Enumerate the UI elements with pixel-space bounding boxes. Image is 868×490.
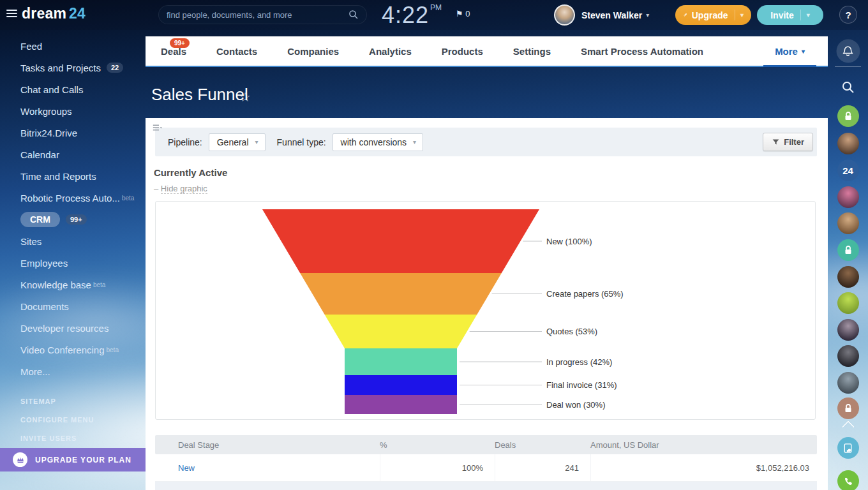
lock-icon[interactable] [837,105,859,127]
sidebar-item-workgroups[interactable]: Workgroups [0,100,146,122]
clock-widget[interactable]: 4:22PM [382,2,442,29]
chevron-up-icon[interactable] [842,420,855,433]
locked-chat-teal[interactable] [837,239,859,261]
pipeline-dropdown[interactable]: General ▾ [209,133,266,151]
bitrix24-chat-badge[interactable]: 24 [837,160,859,181]
global-search[interactable] [158,5,367,24]
user-menu[interactable]: Steven Walker ▾ [554,4,649,26]
sidebar-item-robotic-process-auto[interactable]: Robotic Process Auto...beta [0,187,146,209]
funnel-filter-icon [772,138,780,146]
column-header-amount-us-dollar: Amount, US Dollar [590,435,817,454]
clock-time: 4:22 [382,2,429,28]
avatar-photo[interactable] [837,345,859,367]
lock-icon[interactable] [837,239,859,261]
sidebar-link-configure-menu[interactable]: CONFIGURE MENU [0,410,146,429]
chat-avatar-7[interactable] [837,345,859,367]
locked-chat-brown[interactable] [837,397,859,419]
search-icon[interactable] [841,80,855,97]
avatar-photo[interactable] [837,266,859,288]
chevron-down-icon[interactable]: ▾ [740,11,744,19]
funnel-segment-new[interactable] [262,209,539,273]
tab-analytics[interactable]: Analytics [369,36,412,66]
funnel-type-dropdown[interactable]: with conversions ▾ [333,133,424,151]
tab-settings[interactable]: Settings [513,36,551,66]
app-logo[interactable]: dream24 [22,5,86,22]
lock-icon[interactable] [837,397,859,419]
bell-icon[interactable] [836,40,860,63]
sidebar-link-invite-users[interactable]: INVITE USERS [0,429,146,447]
sidebar-item-chat-and-calls[interactable]: Chat and Calls [0,78,146,100]
sidebar-item-time-and-reports[interactable]: Time and Reports [0,165,146,187]
deal-stage-link[interactable]: New [178,463,195,473]
upgrade-button[interactable]: Upgrade ▾ [675,5,751,25]
search-icon[interactable] [348,10,359,20]
filter-button[interactable]: Filter [763,133,813,151]
left-sidebar: FeedTasks and Projects22Chat and CallsWo… [0,30,146,490]
avatar-photo[interactable] [837,133,859,154]
phone-icon[interactable] [837,470,859,490]
chat-avatar-4[interactable] [837,266,859,288]
invite-button[interactable]: Invite ▾ [757,5,823,25]
funnel-segment-final-invoice[interactable] [345,375,457,395]
chat-avatar-1[interactable] [837,133,859,154]
sidebar-item-employees[interactable]: Employees [0,252,146,274]
funnel-segment-create-papers[interactable] [300,273,502,315]
funnel-segment-in-progress[interactable] [345,348,457,375]
table-settings-icon[interactable] [146,118,168,137]
avatar-photo[interactable] [837,212,859,234]
column-header-: % [380,435,495,454]
user-avatar[interactable] [554,4,575,26]
collapse-chevron-icon[interactable] [844,422,853,431]
hamburger-menu-icon[interactable] [6,10,17,18]
sidebar-item-sites[interactable]: Sites [0,230,146,252]
favorite-star-icon[interactable]: ☆ [239,89,251,105]
chevron-down-icon: ▾ [255,138,258,145]
tab-more[interactable]: More▾ [775,36,805,66]
sidebar-item-documents[interactable]: Documents [0,295,146,317]
tablet-icon[interactable] [837,437,859,459]
chat-avatar-2[interactable] [837,186,859,208]
sidebar-item-bitrix24-drive[interactable]: Bitrix24.Drive [0,122,146,144]
tab-companies[interactable]: Companies [287,36,339,66]
badge-24[interactable]: 24 [837,160,859,181]
mobile-app-icon[interactable] [837,437,859,459]
tab-smart-process-automation[interactable]: Smart Process Automation [581,36,703,66]
sidebar-item-crm[interactable]: CRM99+ [0,209,146,230]
sidebar-item-feed[interactable]: Feed [0,35,146,57]
sidebar-item-video-conferencing[interactable]: Video Conferencingbeta [0,339,146,360]
telephony-icon[interactable] [837,470,859,490]
sidebar-link-sitemap[interactable]: SITEMAP [0,392,146,410]
funnel-segment-quotes[interactable] [325,315,477,348]
avatar-photo[interactable] [837,186,859,208]
funnel-stage-label: Create papers (65%) [546,289,624,299]
table-row-partial [155,482,817,490]
tab-deals[interactable]: Deals99+ [161,36,186,66]
hide-graphic-toggle[interactable]: – Hide graphic [154,184,207,193]
chevron-down-icon[interactable]: ▾ [807,11,810,19]
sidebar-item-knowledge-base[interactable]: Knowledge basebeta [0,274,146,295]
notification-flag[interactable]: ⚑ 0 [456,9,470,19]
upgrade-your-plan-button[interactable]: UPGRADE YOUR PLAN [0,448,146,471]
avatar-photo[interactable] [837,292,859,314]
funnel-svg[interactable]: New (100%)Create papers (65%)Quotes (53%… [156,202,816,419]
help-button[interactable]: ? [839,6,857,24]
chat-avatar-5[interactable] [837,292,859,314]
sidebar-item-tasks-and-projects[interactable]: Tasks and Projects22 [0,57,146,78]
funnel-segment-deal-won[interactable] [345,395,457,414]
chat-avatar-8[interactable] [837,372,859,394]
locked-chat-green[interactable] [837,105,859,127]
chat-avatar-6[interactable] [837,319,859,341]
notifications-bell-icon[interactable] [836,40,860,63]
search-input[interactable] [167,10,348,20]
chat-avatar-3[interactable] [837,212,859,234]
avatar-photo[interactable] [837,319,859,341]
avatar-photo[interactable] [837,372,859,394]
sales-funnel-chart[interactable]: New (100%)Create papers (65%)Quotes (53%… [155,201,816,420]
sidebar-item-more[interactable]: More... [0,360,146,382]
chevron-down-icon: ▾ [413,138,416,145]
column-header-deals: Deals [495,435,590,454]
sidebar-item-developer-resources[interactable]: Developer resources [0,317,146,339]
sidebar-item-calendar[interactable]: Calendar [0,144,146,165]
tab-products[interactable]: Products [442,36,483,66]
tab-contacts[interactable]: Contacts [216,36,257,66]
